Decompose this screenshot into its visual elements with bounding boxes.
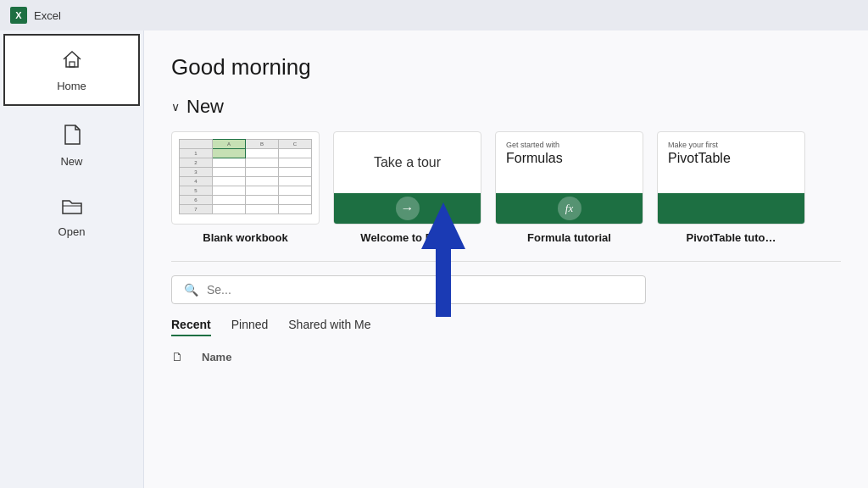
welcome-top: Take a tour <box>334 132 481 193</box>
welcome-excel-label: Welcome to Excel <box>333 231 481 244</box>
tab-recent[interactable]: Recent <box>171 318 211 336</box>
search-input[interactable] <box>207 283 633 297</box>
formula-main-title: Formulas <box>506 151 632 166</box>
pivot-table-label: PivotTable tuto… <box>657 231 805 244</box>
sidebar-home-label: Home <box>57 80 86 92</box>
pivot-table-card[interactable]: Make your first PivotTable PivotTable tu… <box>657 131 805 244</box>
section-divider <box>171 261 841 262</box>
tabs-row: Recent Pinned Shared with Me <box>171 318 841 336</box>
new-section-title: New <box>186 96 224 118</box>
sidebar-item-home[interactable]: Home <box>3 34 140 106</box>
sidebar: Home New Open <box>0 30 144 488</box>
file-list-header: 🗋 Name <box>171 347 841 367</box>
welcome-excel-card[interactable]: Take a tour → Welcome to Excel <box>333 131 481 244</box>
sidebar-open-label: Open <box>58 225 86 238</box>
welcome-excel-thumb: Take a tour → <box>333 131 481 225</box>
blank-workbook-card[interactable]: A B C 1 2 <box>171 131 320 244</box>
title-bar: X Excel <box>0 0 868 30</box>
svg-rect-0 <box>70 62 75 67</box>
new-section-header: ∨ New <box>171 96 841 118</box>
greeting-text: Good morning <box>171 54 841 80</box>
blank-workbook-label: Blank workbook <box>171 231 320 244</box>
formula-bottom: fx <box>496 193 643 224</box>
pivot-main-title: PivotTable <box>668 151 794 166</box>
formula-tutorial-thumb: Get started with Formulas fx <box>495 131 643 225</box>
content-area: Good morning ∨ New A B C <box>144 30 868 488</box>
search-icon: 🔍 <box>184 283 198 297</box>
mini-spreadsheet: A B C 1 2 <box>179 139 312 214</box>
formula-subtitle: Get started with <box>506 141 632 149</box>
new-icon <box>61 123 83 150</box>
excel-logo-icon: X <box>10 7 27 24</box>
tab-shared[interactable]: Shared with Me <box>288 318 370 336</box>
formula-tutorial-label: Formula tutorial <box>495 231 643 244</box>
blank-workbook-thumb: A B C 1 2 <box>171 131 320 225</box>
file-name-column-header: Name <box>202 351 231 363</box>
pivot-bottom <box>658 193 804 224</box>
section-chevron-icon[interactable]: ∨ <box>171 100 180 114</box>
template-cards-row: A B C 1 2 <box>171 131 841 244</box>
pivot-top: Make your first PivotTable <box>658 132 804 193</box>
sidebar-item-new[interactable]: New <box>0 109 143 181</box>
fx-icon: fx <box>558 197 581 220</box>
tab-pinned[interactable]: Pinned <box>231 318 269 336</box>
search-bar[interactable]: 🔍 <box>171 275 646 304</box>
main-layout: Home New Open Good morning <box>0 30 868 488</box>
sidebar-item-open[interactable]: Open <box>0 181 143 252</box>
home-icon <box>60 47 84 75</box>
formula-tutorial-card[interactable]: Get started with Formulas fx Formula tut… <box>495 131 643 244</box>
formula-top: Get started with Formulas <box>496 132 643 193</box>
welcome-arrow-icon: → <box>396 197 420 220</box>
pivot-table-thumb: Make your first PivotTable <box>657 131 805 225</box>
app-title: Excel <box>34 9 61 22</box>
welcome-bottom: → <box>334 193 481 224</box>
pivot-subtitle: Make your first <box>668 141 794 149</box>
open-icon <box>60 195 84 220</box>
sidebar-new-label: New <box>60 155 82 168</box>
file-icon: 🗋 <box>171 350 192 363</box>
